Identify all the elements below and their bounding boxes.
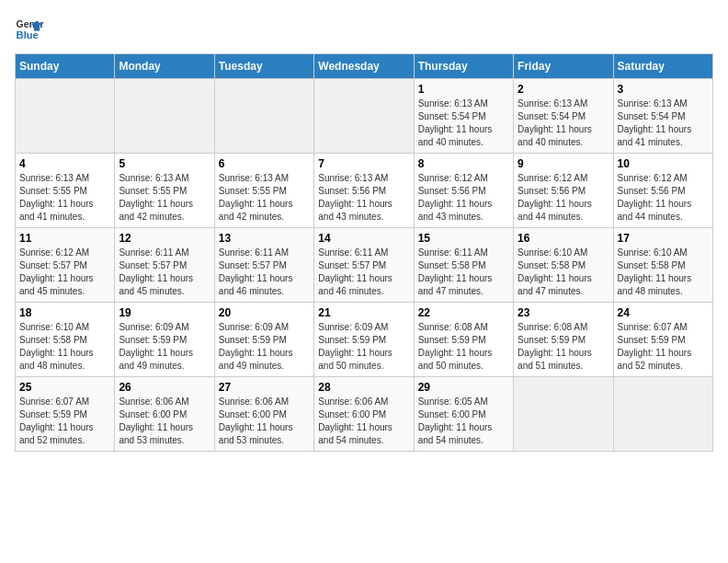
day-number: 28 xyxy=(318,381,409,394)
cell-info: Sunrise: 6:12 AM Sunset: 5:56 PM Dayligh… xyxy=(618,172,709,224)
day-number: 13 xyxy=(219,232,310,245)
calendar-cell: 8Sunrise: 6:12 AM Sunset: 5:56 PM Daylig… xyxy=(414,154,513,228)
day-number: 7 xyxy=(318,157,409,170)
calendar-cell xyxy=(16,79,115,154)
calendar-cell: 1Sunrise: 6:13 AM Sunset: 5:54 PM Daylig… xyxy=(414,79,513,154)
day-number: 24 xyxy=(618,306,709,319)
calendar-cell: 12Sunrise: 6:11 AM Sunset: 5:57 PM Dayli… xyxy=(115,228,214,303)
header-day-sunday: Sunday xyxy=(16,54,115,79)
day-number: 27 xyxy=(219,381,310,394)
calendar-cell xyxy=(613,377,712,452)
cell-info: Sunrise: 6:11 AM Sunset: 5:57 PM Dayligh… xyxy=(119,247,210,298)
calendar-cell: 15Sunrise: 6:11 AM Sunset: 5:58 PM Dayli… xyxy=(414,228,513,303)
cell-info: Sunrise: 6:12 AM Sunset: 5:56 PM Dayligh… xyxy=(518,172,609,224)
day-number: 9 xyxy=(518,157,609,170)
day-number: 29 xyxy=(418,381,509,394)
cell-info: Sunrise: 6:13 AM Sunset: 5:54 PM Dayligh… xyxy=(418,98,509,149)
day-number: 6 xyxy=(219,157,310,170)
header-day-wednesday: Wednesday xyxy=(314,54,414,79)
cell-info: Sunrise: 6:08 AM Sunset: 5:59 PM Dayligh… xyxy=(418,321,509,373)
cell-info: Sunrise: 6:05 AM Sunset: 6:00 PM Dayligh… xyxy=(418,396,509,447)
day-number: 14 xyxy=(318,232,409,245)
calendar-cell: 20Sunrise: 6:09 AM Sunset: 5:59 PM Dayli… xyxy=(214,303,313,377)
cell-info: Sunrise: 6:11 AM Sunset: 5:57 PM Dayligh… xyxy=(219,247,310,298)
calendar-cell xyxy=(214,79,313,154)
cell-info: Sunrise: 6:08 AM Sunset: 5:59 PM Dayligh… xyxy=(518,321,609,373)
calendar-cell: 4Sunrise: 6:13 AM Sunset: 5:55 PM Daylig… xyxy=(16,154,115,228)
cell-info: Sunrise: 6:12 AM Sunset: 5:56 PM Dayligh… xyxy=(418,172,509,224)
cell-info: Sunrise: 6:12 AM Sunset: 5:57 PM Dayligh… xyxy=(19,247,110,298)
cell-info: Sunrise: 6:13 AM Sunset: 5:55 PM Dayligh… xyxy=(219,172,310,224)
day-number: 16 xyxy=(518,232,609,245)
cell-info: Sunrise: 6:13 AM Sunset: 5:55 PM Dayligh… xyxy=(119,172,210,224)
calendar-cell: 21Sunrise: 6:09 AM Sunset: 5:59 PM Dayli… xyxy=(314,303,414,377)
calendar-cell: 10Sunrise: 6:12 AM Sunset: 5:56 PM Dayli… xyxy=(613,154,712,228)
day-number: 8 xyxy=(418,157,509,170)
cell-info: Sunrise: 6:10 AM Sunset: 5:58 PM Dayligh… xyxy=(518,247,609,298)
cell-info: Sunrise: 6:13 AM Sunset: 5:55 PM Dayligh… xyxy=(19,172,110,224)
week-row-4: 18Sunrise: 6:10 AM Sunset: 5:58 PM Dayli… xyxy=(16,303,713,377)
calendar-cell: 2Sunrise: 6:13 AM Sunset: 5:54 PM Daylig… xyxy=(514,79,613,154)
day-number: 3 xyxy=(618,83,709,96)
cell-info: Sunrise: 6:06 AM Sunset: 6:00 PM Dayligh… xyxy=(219,396,310,447)
week-row-1: 1Sunrise: 6:13 AM Sunset: 5:54 PM Daylig… xyxy=(16,79,713,154)
day-number: 18 xyxy=(19,306,110,319)
day-number: 1 xyxy=(418,83,509,96)
calendar-cell: 23Sunrise: 6:08 AM Sunset: 5:59 PM Dayli… xyxy=(514,303,613,377)
day-number: 25 xyxy=(19,381,110,394)
cell-info: Sunrise: 6:13 AM Sunset: 5:54 PM Dayligh… xyxy=(618,98,709,149)
day-number: 10 xyxy=(618,157,709,170)
logo-icon: General Blue xyxy=(15,15,44,44)
week-row-5: 25Sunrise: 6:07 AM Sunset: 5:59 PM Dayli… xyxy=(16,377,713,452)
calendar-cell: 26Sunrise: 6:06 AM Sunset: 6:00 PM Dayli… xyxy=(115,377,214,452)
header-day-friday: Friday xyxy=(514,54,613,79)
cell-info: Sunrise: 6:11 AM Sunset: 5:58 PM Dayligh… xyxy=(418,247,509,298)
cell-info: Sunrise: 6:09 AM Sunset: 5:59 PM Dayligh… xyxy=(219,321,310,373)
day-number: 15 xyxy=(418,232,509,245)
calendar-cell: 11Sunrise: 6:12 AM Sunset: 5:57 PM Dayli… xyxy=(16,228,115,303)
day-number: 4 xyxy=(19,157,110,170)
calendar-cell: 16Sunrise: 6:10 AM Sunset: 5:58 PM Dayli… xyxy=(514,228,613,303)
calendar-cell: 18Sunrise: 6:10 AM Sunset: 5:58 PM Dayli… xyxy=(16,303,115,377)
calendar-cell: 6Sunrise: 6:13 AM Sunset: 5:55 PM Daylig… xyxy=(214,154,313,228)
calendar-cell: 29Sunrise: 6:05 AM Sunset: 6:00 PM Dayli… xyxy=(414,377,513,452)
cell-info: Sunrise: 6:06 AM Sunset: 6:00 PM Dayligh… xyxy=(318,396,409,447)
calendar-cell: 28Sunrise: 6:06 AM Sunset: 6:00 PM Dayli… xyxy=(314,377,414,452)
cell-info: Sunrise: 6:10 AM Sunset: 5:58 PM Dayligh… xyxy=(618,247,709,298)
cell-info: Sunrise: 6:11 AM Sunset: 5:57 PM Dayligh… xyxy=(318,247,409,298)
cell-info: Sunrise: 6:13 AM Sunset: 5:56 PM Dayligh… xyxy=(318,172,409,224)
cell-info: Sunrise: 6:07 AM Sunset: 5:59 PM Dayligh… xyxy=(618,321,709,373)
day-number: 2 xyxy=(518,83,609,96)
day-number: 12 xyxy=(119,232,210,245)
header-day-monday: Monday xyxy=(115,54,214,79)
calendar-cell: 13Sunrise: 6:11 AM Sunset: 5:57 PM Dayli… xyxy=(214,228,313,303)
calendar-cell: 24Sunrise: 6:07 AM Sunset: 5:59 PM Dayli… xyxy=(613,303,712,377)
header-day-thursday: Thursday xyxy=(414,54,513,79)
calendar-cell: 27Sunrise: 6:06 AM Sunset: 6:00 PM Dayli… xyxy=(214,377,313,452)
week-row-3: 11Sunrise: 6:12 AM Sunset: 5:57 PM Dayli… xyxy=(16,228,713,303)
calendar-table: SundayMondayTuesdayWednesdayThursdayFrid… xyxy=(15,53,713,452)
calendar-cell: 3Sunrise: 6:13 AM Sunset: 5:54 PM Daylig… xyxy=(613,79,712,154)
calendar-cell: 7Sunrise: 6:13 AM Sunset: 5:56 PM Daylig… xyxy=(314,154,414,228)
calendar-cell: 25Sunrise: 6:07 AM Sunset: 5:59 PM Dayli… xyxy=(16,377,115,452)
header-day-saturday: Saturday xyxy=(613,54,712,79)
day-number: 19 xyxy=(119,306,210,319)
day-number: 20 xyxy=(219,306,310,319)
page-header: General Blue xyxy=(15,15,713,44)
cell-info: Sunrise: 6:10 AM Sunset: 5:58 PM Dayligh… xyxy=(19,321,110,373)
calendar-cell: 19Sunrise: 6:09 AM Sunset: 5:59 PM Dayli… xyxy=(115,303,214,377)
header-day-tuesday: Tuesday xyxy=(214,54,313,79)
calendar-cell: 14Sunrise: 6:11 AM Sunset: 5:57 PM Dayli… xyxy=(314,228,414,303)
calendar-cell: 5Sunrise: 6:13 AM Sunset: 5:55 PM Daylig… xyxy=(115,154,214,228)
calendar-header-row: SundayMondayTuesdayWednesdayThursdayFrid… xyxy=(16,54,713,79)
logo: General Blue xyxy=(15,15,44,44)
cell-info: Sunrise: 6:13 AM Sunset: 5:54 PM Dayligh… xyxy=(518,98,609,149)
day-number: 23 xyxy=(518,306,609,319)
day-number: 5 xyxy=(119,157,210,170)
calendar-cell xyxy=(314,79,414,154)
calendar-cell: 22Sunrise: 6:08 AM Sunset: 5:59 PM Dayli… xyxy=(414,303,513,377)
cell-info: Sunrise: 6:07 AM Sunset: 5:59 PM Dayligh… xyxy=(19,396,110,447)
day-number: 17 xyxy=(618,232,709,245)
calendar-cell xyxy=(115,79,214,154)
day-number: 22 xyxy=(418,306,509,319)
